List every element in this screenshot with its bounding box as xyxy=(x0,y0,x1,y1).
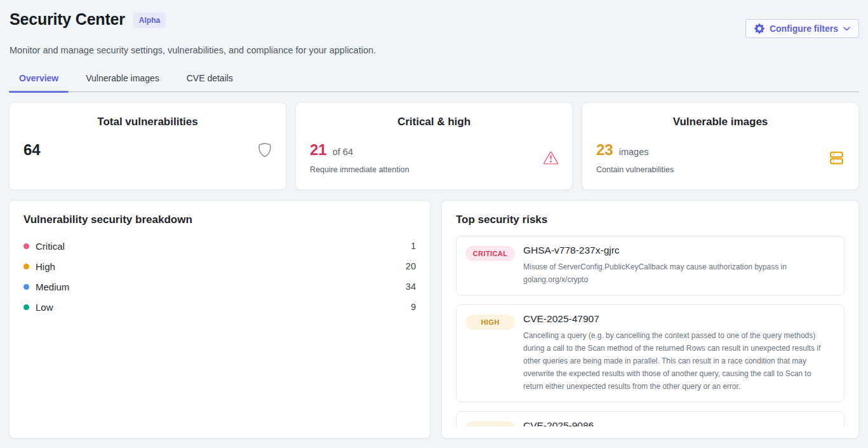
shield-icon xyxy=(258,143,272,157)
breakdown-row-high: High 20 xyxy=(23,256,416,276)
vulnerable-images-subtext: Contain vulnerabilities xyxy=(596,165,674,174)
alpha-badge: Alpha xyxy=(133,13,166,28)
severity-badge-high: HIGH xyxy=(465,421,515,426)
configure-filters-label: Configure filters xyxy=(770,24,838,34)
risk-id: CVE-2025-9086 xyxy=(523,420,594,426)
stat-card-row: Total vulnerabilities 64 Critical & high… xyxy=(9,102,859,190)
vulnerable-images-suffix: images xyxy=(619,147,649,157)
tab-bar: Overview Vulnerable images CVE details xyxy=(9,67,859,92)
critical-high-value: 21 xyxy=(310,141,327,159)
tab-vulnerable-images[interactable]: Vulnerable images xyxy=(76,67,169,92)
critical-high-subtext: Require immediate attention xyxy=(310,165,409,174)
breakdown-label: Low xyxy=(36,302,53,313)
security-center-page: Security Center Alpha Configure filters … xyxy=(0,0,868,438)
breakdown-title: Vulnerability security breakdown xyxy=(23,214,416,226)
breakdown-value: 1 xyxy=(411,241,416,251)
tab-cve-details[interactable]: CVE details xyxy=(177,67,243,92)
breakdown-row-critical: Critical 1 xyxy=(23,236,416,256)
low-dot-icon xyxy=(23,304,29,310)
risk-description: Cancelling a query (e.g. by cancelling t… xyxy=(523,329,823,393)
breakdown-row-low: Low 9 xyxy=(23,297,416,317)
title-wrap: Security Center Alpha xyxy=(9,10,166,29)
page-header: Security Center Alpha Configure filters xyxy=(9,10,859,38)
configure-filters-button[interactable]: Configure filters xyxy=(745,19,859,38)
breakdown-row-medium: Medium 34 xyxy=(23,276,416,297)
image-stack-icon xyxy=(829,150,845,166)
vulnerability-breakdown-panel: Vulnerability security breakdown Critica… xyxy=(9,200,431,438)
total-vulnerabilities-value: 64 xyxy=(23,141,41,159)
risk-list: CRITICAL GHSA-v778-237x-gjrc Misuse of S… xyxy=(456,236,845,426)
panel-row: Vulnerability security breakdown Critica… xyxy=(9,200,859,438)
breakdown-label: Medium xyxy=(36,282,69,292)
vulnerable-images-value: 23 xyxy=(596,141,613,159)
risk-description: Misuse of ServerConfig.PublicKeyCallback… xyxy=(523,261,823,286)
warning-triangle-icon xyxy=(544,151,558,165)
chevron-down-icon xyxy=(843,27,850,31)
top-security-risks-panel: Top security risks CRITICAL GHSA-v778-23… xyxy=(441,200,859,438)
breakdown-list: Critical 1 High 20 Medium 34 Low 9 xyxy=(23,236,416,317)
breakdown-label: High xyxy=(36,261,55,272)
stat-card-title: Total vulnerabilities xyxy=(23,116,272,128)
risk-item-cve-2025-9086[interactable]: HIGH CVE-2025-9086 xyxy=(456,411,845,426)
tab-overview[interactable]: Overview xyxy=(9,67,69,92)
stat-card-total-vulnerabilities: Total vulnerabilities 64 xyxy=(9,102,286,190)
breakdown-value: 9 xyxy=(411,302,416,312)
medium-dot-icon xyxy=(23,284,29,290)
top-risks-title: Top security risks xyxy=(456,214,845,226)
critical-dot-icon xyxy=(23,243,29,249)
risk-item-cve-2025-47907[interactable]: HIGH CVE-2025-47907 Cancelling a query (… xyxy=(456,304,845,402)
breakdown-value: 34 xyxy=(406,282,416,292)
stat-card-title: Critical & high xyxy=(310,116,558,128)
stat-card-vulnerable-images: Vulnerable images 23 images Contain vuln… xyxy=(582,102,859,190)
risk-item-ghsa-v778-237x-gjrc[interactable]: CRITICAL GHSA-v778-237x-gjrc Misuse of S… xyxy=(456,236,845,295)
stat-card-critical-high: Critical & high 21 of 64 Require immedia… xyxy=(295,102,573,190)
breakdown-label: Critical xyxy=(36,241,65,252)
risk-id: GHSA-v778-237x-gjrc xyxy=(523,245,823,256)
stat-card-title: Vulnerable images xyxy=(596,116,845,128)
breakdown-value: 20 xyxy=(406,261,416,271)
high-dot-icon xyxy=(23,264,29,269)
risk-id: CVE-2025-47907 xyxy=(523,313,823,325)
critical-high-suffix: of 64 xyxy=(333,147,353,157)
page-title: Security Center xyxy=(10,10,125,29)
severity-badge-high: HIGH xyxy=(465,315,515,330)
severity-badge-critical: CRITICAL xyxy=(465,246,515,261)
gear-icon xyxy=(754,24,765,34)
page-subtitle: Monitor and manage security settings, vu… xyxy=(9,45,859,55)
